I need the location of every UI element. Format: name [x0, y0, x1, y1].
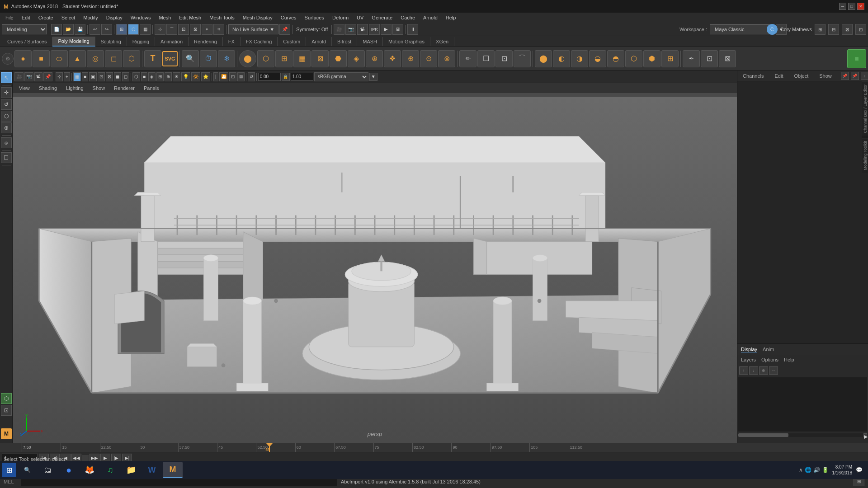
menu-windows[interactable]: Windows	[127, 14, 155, 21]
modeling-dropdown[interactable]: Modeling	[2, 24, 47, 34]
tab-fx[interactable]: FX	[223, 37, 241, 46]
tab-custom[interactable]: Custom	[278, 37, 306, 46]
tb-camera1[interactable]: 🎥	[334, 24, 344, 35]
3d-scene-container[interactable]: persp Y X Z	[13, 93, 737, 443]
menu-mesh-tools[interactable]: Mesh Tools	[206, 14, 238, 21]
shelf-gear-button[interactable]: ⚙	[2, 53, 14, 65]
vp-wireframe[interactable]: ▦	[73, 72, 81, 81]
soft-select-button[interactable]: ⍟	[1, 137, 12, 148]
playhead[interactable]: 55	[269, 443, 270, 452]
shelf-tool3[interactable]: ⊞	[275, 50, 292, 67]
shelf-cylinder[interactable]: ⬭	[51, 50, 68, 67]
shelf-clock[interactable]: ⏱	[200, 50, 217, 67]
shelf-blend8[interactable]: ⊞	[661, 50, 679, 67]
menu-file[interactable]: File	[2, 14, 17, 21]
shelf-sphere[interactable]: ●	[14, 50, 32, 67]
shelf-color-swatch[interactable]: ■	[847, 49, 866, 68]
shelf-tool12[interactable]: ⊗	[438, 50, 455, 67]
shelf-svg[interactable]: SVG	[162, 51, 178, 66]
vp-smooth-shade[interactable]: ■	[82, 72, 88, 81]
vp-comp1[interactable]: ■	[141, 72, 147, 81]
shelf-blend3[interactable]: ◑	[571, 50, 588, 67]
vp-flat-shade[interactable]: ⊡	[98, 72, 105, 81]
vp-menu-panels[interactable]: Panels	[139, 84, 164, 92]
vp-light4[interactable]: ⭐	[201, 72, 210, 81]
shelf-cone[interactable]: ▲	[69, 50, 86, 67]
shelf-blend7[interactable]: ⬢	[643, 50, 660, 67]
shelf-tool10[interactable]: ⊕	[402, 50, 419, 67]
shelf-mesh-blend[interactable]: ⊡	[701, 50, 718, 67]
viewport[interactable]: 🎥 📷 📽 📌 ⊹ ⌖ ▦ ■ ▣ ⊡ ⊠ ◼ ◻ ⬡ ■ ◈ ⊞ ⊕ ☀ 💡	[13, 70, 737, 443]
shelf-plane[interactable]: ◻	[105, 50, 122, 67]
menu-deform[interactable]: Deform	[329, 14, 352, 21]
snap-to-point-button[interactable]: ⊡	[178, 24, 189, 35]
tab-mash[interactable]: MASH	[357, 37, 383, 46]
vp-safe-area[interactable]: ⊠	[237, 72, 245, 81]
vp-comp3[interactable]: ⊞	[156, 72, 164, 81]
vp-comp2[interactable]: ◈	[148, 72, 156, 81]
shelf-blend1[interactable]: ⬤	[535, 50, 552, 67]
exposure-value-input[interactable]	[291, 73, 313, 81]
tab-rendering[interactable]: Rendering	[189, 37, 223, 46]
user-avatar[interactable]: C	[767, 24, 778, 35]
menu-curves[interactable]: Curves	[277, 14, 300, 21]
systray-volume[interactable]: 🔊	[813, 467, 820, 473]
save-scene-button[interactable]: 💾	[75, 24, 85, 35]
taskbar-file-explorer[interactable]: 🗂	[38, 462, 58, 478]
dt-tab-anim[interactable]: Anim	[763, 347, 774, 352]
system-clock[interactable]: 8:07 PM 1/16/2018	[832, 464, 853, 476]
tab-animation[interactable]: Animation	[155, 37, 189, 46]
shelf-text[interactable]: T	[144, 50, 161, 67]
taskbar-word[interactable]: W	[142, 462, 162, 478]
shelf-box[interactable]: ☐	[477, 50, 495, 67]
gamma-lock-button[interactable]: 🔒	[282, 73, 290, 81]
layer-add4-btn[interactable]: ↔	[769, 366, 778, 375]
channel-box-label[interactable]: Channel Box / Layer Editor	[862, 81, 868, 136]
shelf-blend5[interactable]: ◓	[607, 50, 624, 67]
taskbar-chrome[interactable]: ●	[59, 462, 79, 478]
workspace-dropdown[interactable]: Maya Classic	[710, 24, 773, 34]
timeline-ruler[interactable]: 7.50 15 22.50 30 37.50 45 52.50 60 67.50…	[0, 443, 868, 452]
vp-menu-show[interactable]: Show	[88, 84, 110, 92]
tb-layout-btn4[interactable]: ⊡	[855, 24, 866, 35]
shelf-select-box[interactable]: ⊡	[495, 50, 513, 67]
tb-layout-btn2[interactable]: ⊟	[828, 24, 839, 35]
menu-help[interactable]: Help	[442, 14, 460, 21]
layer-horizontal-scrollbar[interactable]	[738, 433, 863, 437]
dsl-layers[interactable]: Layers	[741, 357, 756, 362]
universal-tool-button[interactable]: ⊕	[1, 122, 12, 133]
taskbar-folder[interactable]: 📁	[121, 462, 141, 478]
select-by-hierarchy-button[interactable]: ⊞	[116, 24, 127, 35]
shelf-tool11[interactable]: ⊙	[420, 50, 437, 67]
undo-button[interactable]: ↩	[90, 24, 100, 35]
systray-network[interactable]: 🌐	[805, 467, 811, 473]
tab-bifrost[interactable]: Bifrost	[332, 37, 357, 46]
vp-transform1[interactable]: ⊹	[56, 72, 63, 81]
tab-sculpting[interactable]: Sculpting	[95, 37, 127, 46]
menu-arnold[interactable]: Arnold	[420, 14, 441, 21]
rp-pin-button[interactable]: 📌	[851, 72, 859, 80]
open-scene-button[interactable]: 📂	[63, 24, 74, 35]
tab-arnold[interactable]: Arnold	[306, 37, 332, 46]
shelf-tool1[interactable]: ⬤	[239, 50, 256, 67]
vp-camera-btn[interactable]: 🎥	[14, 72, 24, 81]
vp-menu-view[interactable]: View	[14, 84, 34, 92]
shelf-brush[interactable]: ✒	[683, 50, 700, 67]
rotate-tool-button[interactable]: ↺	[1, 99, 12, 110]
vp-display-mode[interactable]: ◻	[122, 72, 129, 81]
close-button[interactable]: ✕	[857, 3, 864, 10]
shelf-torus[interactable]: ◎	[87, 50, 104, 67]
systray-battery[interactable]: 🔋	[822, 467, 829, 473]
vp-light[interactable]: ☀	[173, 72, 180, 81]
minimize-button[interactable]: ─	[839, 3, 846, 10]
tab-fx-caching[interactable]: FX Caching	[241, 37, 278, 46]
vp-menu-renderer[interactable]: Renderer	[109, 84, 139, 92]
vp-smooth-shade-all[interactable]: ▣	[89, 72, 97, 81]
shelf-tool7[interactable]: ◈	[348, 50, 365, 67]
vp-iso[interactable]: |	[213, 72, 218, 81]
menu-uv[interactable]: UV	[353, 14, 367, 21]
snap-button-6[interactable]: ⌗	[213, 24, 224, 35]
vp-cam3[interactable]: 📽	[34, 72, 42, 81]
shelf-crease[interactable]: ⊠	[719, 50, 736, 67]
tb-pause[interactable]: ⏸	[407, 24, 418, 35]
